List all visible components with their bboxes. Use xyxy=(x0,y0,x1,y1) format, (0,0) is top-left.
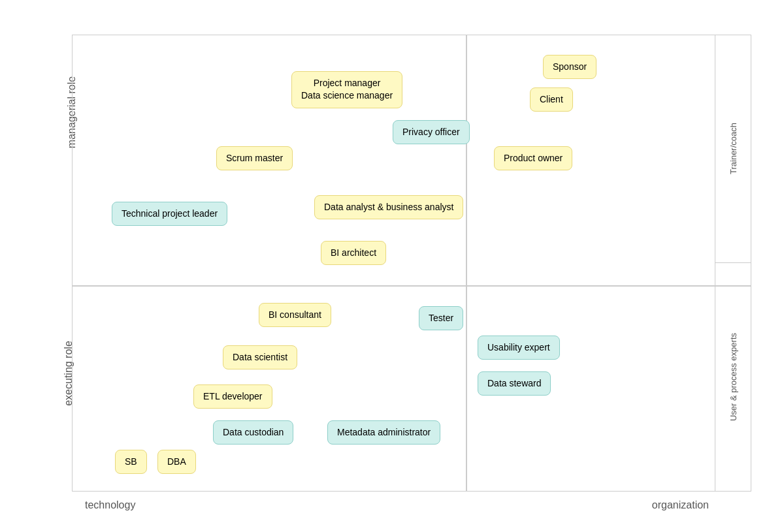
role-etl-developer: ETL developer xyxy=(193,384,272,409)
role-bi-consultant: BI consultant xyxy=(259,303,331,328)
role-tester: Tester xyxy=(419,306,463,331)
role-data-steward: Data steward xyxy=(478,371,551,396)
role-data-analyst: Data analyst & business analyst xyxy=(314,195,463,220)
grid-line-horizontal xyxy=(73,285,751,287)
chart-wrapper: managerial role executing role technolog… xyxy=(33,22,751,511)
x-axis-organization-label: organization xyxy=(652,499,709,511)
role-technical-project-leader: Technical project leader xyxy=(112,202,227,227)
role-scrum-master: Scrum master xyxy=(216,146,293,171)
role-client: Client xyxy=(530,87,573,112)
role-dba: DBA xyxy=(157,450,196,475)
role-metadata-admin: Metadata administrator xyxy=(327,420,440,445)
role-sb: SB xyxy=(115,450,147,475)
role-project-manager: Project managerData science manager xyxy=(291,71,402,108)
role-data-scientist: Data scientist xyxy=(223,345,297,370)
role-bi-architect: BI architect xyxy=(321,241,386,266)
role-sponsor: Sponsor xyxy=(543,55,596,80)
role-privacy-officer: Privacy officer xyxy=(393,120,470,145)
role-data-custodian: Data custodian xyxy=(213,420,293,445)
grid-line-vertical xyxy=(466,35,467,491)
trainer-coach-label: Trainer/coach xyxy=(715,35,751,262)
role-usability-expert: Usability expert xyxy=(478,336,560,360)
x-axis-technology-label: technology xyxy=(85,499,135,511)
sidebar-labels: Trainer/coach User & process experts xyxy=(715,35,751,491)
role-product-owner: Product owner xyxy=(494,146,572,171)
user-process-label: User & process experts xyxy=(715,263,751,490)
grid-area: Trainer/coach User & process experts Spo… xyxy=(72,35,751,492)
